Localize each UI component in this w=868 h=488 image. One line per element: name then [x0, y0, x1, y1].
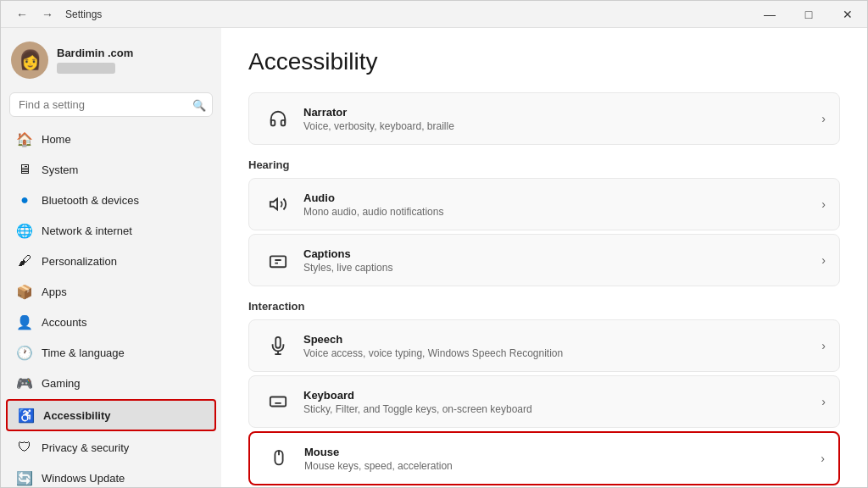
search-icon: 🔍 [192, 98, 206, 111]
svg-rect-4 [270, 397, 286, 407]
gaming-icon: 🎮 [16, 374, 33, 391]
close-button[interactable]: ✕ [828, 1, 867, 28]
speech-desc: Voice access, voice typing, Windows Spee… [303, 347, 821, 359]
nav-system[interactable]: 🖥 System [6, 155, 216, 184]
mouse-chevron: › [821, 452, 825, 465]
nav-apps-label: Apps [42, 286, 67, 298]
mouse-card[interactable]: Mouse Mouse keys, speed, acceleration › [248, 431, 840, 485]
svg-rect-1 [270, 256, 286, 267]
user-info: Bardimin .com ████████ [57, 47, 133, 75]
hearing-section-label: Hearing [248, 158, 840, 171]
speech-chevron: › [821, 339, 826, 352]
keyboard-desc: Sticky, Filter, and Toggle keys, on-scre… [303, 403, 821, 415]
nav-update[interactable]: 🔄 Windows Update [6, 463, 216, 487]
main-layout: 👩 Bardimin .com ████████ 🔍 🏠 Home 🖥 Syst… [1, 28, 867, 487]
user-sub: ████████ [57, 63, 115, 74]
keyboard-icon [263, 386, 293, 417]
accessibility-icon: ♿ [18, 407, 35, 424]
keyboard-chevron: › [821, 395, 826, 408]
home-icon: 🏠 [16, 130, 33, 147]
search-box: 🔍 [9, 92, 213, 117]
audio-chevron: › [821, 197, 826, 211]
nav-gaming-label: Gaming [42, 377, 81, 390]
interaction-section-label: Interaction [248, 300, 840, 313]
nav-personalization[interactable]: 🖌 Personalization [6, 247, 216, 275]
user-profile: 👩 Bardimin .com ████████ [1, 28, 221, 89]
title-bar-left: ← → Settings [11, 6, 102, 23]
nav-back-button[interactable]: ← [11, 6, 33, 23]
speech-card[interactable]: Speech Voice access, voice typing, Windo… [248, 319, 840, 372]
narrator-chevron: › [821, 112, 826, 125]
mouse-name: Mouse [304, 446, 821, 458]
content-area: Accessibility Narrator Voice, verbosity,… [221, 28, 867, 487]
speech-name: Speech [303, 333, 821, 346]
audio-name: Audio [303, 191, 821, 204]
network-icon: 🌐 [16, 222, 33, 239]
mouse-info: Mouse Mouse keys, speed, acceleration [304, 446, 821, 472]
narrator-card[interactable]: Narrator Voice, verbosity, keyboard, bra… [248, 92, 840, 145]
captions-chevron: › [821, 253, 826, 267]
captions-card[interactable]: Captions Styles, live captions › [248, 234, 840, 286]
page-title: Accessibility [248, 48, 840, 75]
nav-accounts[interactable]: 👤 Accounts [6, 308, 216, 336]
title-bar-controls: — □ ✕ [750, 1, 867, 28]
system-icon: 🖥 [16, 161, 33, 178]
apps-icon: 📦 [16, 283, 33, 300]
nav-home-label: Home [42, 133, 71, 146]
time-icon: 🕐 [16, 344, 33, 361]
maximize-button[interactable]: □ [789, 1, 828, 28]
sidebar: 👩 Bardimin .com ████████ 🔍 🏠 Home 🖥 Syst… [1, 28, 221, 487]
captions-name: Captions [303, 247, 821, 260]
title-bar-title: Settings [65, 8, 102, 20]
privacy-icon: 🛡 [16, 439, 33, 456]
nav-network[interactable]: 🌐 Network & internet [6, 216, 216, 245]
keyboard-info: Keyboard Sticky, Filter, and Toggle keys… [303, 389, 821, 415]
audio-info: Audio Mono audio, audio notifications [303, 191, 821, 218]
nav-apps[interactable]: 📦 Apps [6, 277, 216, 306]
nav-gaming[interactable]: 🎮 Gaming [6, 369, 216, 397]
nav-accessibility[interactable]: ♿ Accessibility [6, 399, 216, 431]
captions-info: Captions Styles, live captions [303, 247, 821, 274]
nav-time[interactable]: 🕐 Time & language [6, 338, 216, 367]
audio-desc: Mono audio, audio notifications [303, 206, 821, 218]
audio-card[interactable]: Audio Mono audio, audio notifications › [248, 178, 840, 230]
nav-bluetooth[interactable]: ● Bluetooth & devices [6, 186, 216, 214]
captions-icon [263, 245, 293, 275]
nav-forward-button[interactable]: → [36, 6, 58, 23]
nav-accounts-label: Accounts [42, 316, 86, 329]
avatar: 👩 [11, 42, 48, 79]
speech-info: Speech Voice access, voice typing, Windo… [303, 333, 821, 359]
nav-privacy[interactable]: 🛡 Privacy & security [6, 433, 216, 462]
accounts-icon: 👤 [16, 313, 33, 330]
nav-time-label: Time & language [42, 347, 125, 359]
mouse-icon [264, 443, 294, 474]
keyboard-name: Keyboard [303, 389, 821, 402]
audio-icon [263, 189, 293, 219]
svg-marker-0 [270, 199, 277, 210]
nav-system-label: System [42, 164, 78, 176]
keyboard-card[interactable]: Keyboard Sticky, Filter, and Toggle keys… [248, 375, 840, 428]
nav-network-label: Network & internet [42, 225, 132, 237]
personalization-icon: 🖌 [16, 252, 33, 269]
bluetooth-icon: ● [16, 191, 33, 208]
minimize-button[interactable]: — [750, 1, 789, 28]
narrator-icon [263, 103, 293, 134]
title-bar: ← → Settings — □ ✕ [1, 1, 867, 28]
user-name: Bardimin .com [57, 47, 133, 59]
update-icon: 🔄 [16, 469, 33, 486]
speech-icon [263, 330, 293, 361]
narrator-desc: Voice, verbosity, keyboard, braille [303, 120, 821, 132]
narrator-name: Narrator [303, 106, 821, 119]
settings-window: ← → Settings — □ ✕ 👩 Bardimin .com █████… [0, 0, 868, 488]
narrator-info: Narrator Voice, verbosity, keyboard, bra… [303, 106, 821, 132]
nav-privacy-label: Privacy & security [42, 441, 129, 454]
nav-update-label: Windows Update [42, 472, 125, 485]
nav-home[interactable]: 🏠 Home [6, 125, 216, 153]
title-bar-nav: ← → [11, 6, 58, 23]
mouse-desc: Mouse keys, speed, acceleration [304, 460, 821, 472]
nav-accessibility-label: Accessibility [43, 409, 111, 422]
nav-personalization-label: Personalization [42, 255, 117, 268]
nav-bluetooth-label: Bluetooth & devices [42, 194, 139, 207]
captions-desc: Styles, live captions [303, 262, 821, 274]
search-input[interactable] [9, 92, 213, 117]
